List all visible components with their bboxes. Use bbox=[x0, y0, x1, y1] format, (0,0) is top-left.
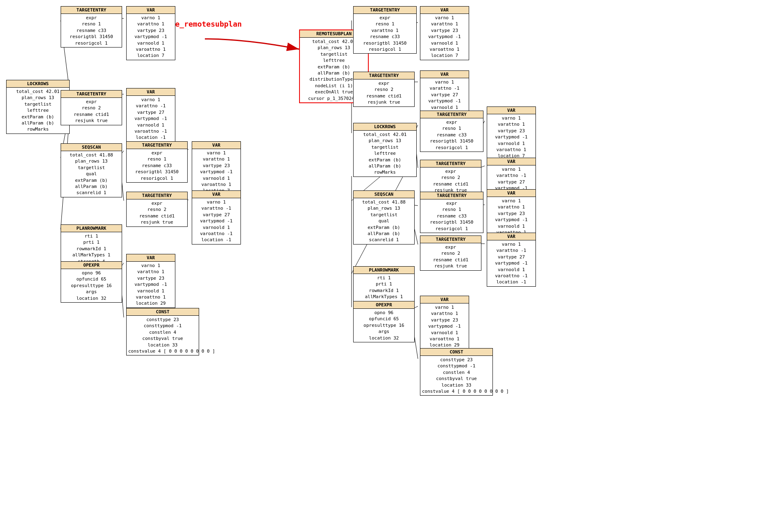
seqscan-left-title: SEQSCAN bbox=[61, 144, 122, 151]
var-l5-node: VAR varno 1 varattno 1 vartype 23 vartyp… bbox=[126, 254, 175, 308]
var-r6-title: VAR bbox=[487, 233, 535, 240]
targetentry-r6-node: TARGETENTRY expr resno 2 resname ctid1 r… bbox=[420, 235, 481, 271]
targetentry-l1-node: TARGETENTRY expr resno 1 resname c33 res… bbox=[61, 6, 122, 48]
var-r7-title: VAR bbox=[420, 296, 469, 303]
var-l3-node: VAR varno 1 varattno 1 vartype 23 vartyp… bbox=[192, 141, 241, 195]
lockrows-left-node: LOCKROWS total_cost 42.01 plan_rows 13 t… bbox=[6, 80, 70, 134]
lockrows-left-title: LOCKROWS bbox=[7, 80, 69, 88]
var-l4-title: VAR bbox=[192, 191, 241, 198]
var-r6-node: VAR varno 1 varattno -1 vartype 27 varty… bbox=[487, 233, 536, 287]
seqscan-right-node: SEQSCAN total_cost 41.88 plan_rows 13 ta… bbox=[353, 190, 415, 244]
targetentry-r1-node: TARGETENTRY expr resno 1 varattno 1 resn… bbox=[353, 6, 417, 54]
var-l1-title: VAR bbox=[127, 7, 175, 14]
planrowmark-left-node: PLANROWMARK rti 1 prti 1 rowmarkId 1 all… bbox=[61, 224, 122, 266]
targetentry-r6-title: TARGETENTRY bbox=[420, 236, 481, 243]
planrowmark-left-title: PLANROWMARK bbox=[61, 225, 122, 232]
var-l5-title: VAR bbox=[127, 254, 175, 262]
const-left-title: CONST bbox=[127, 308, 199, 316]
const-left-node: CONST consttype 23 consttypmod -1 constl… bbox=[126, 308, 199, 355]
var-l2-title: VAR bbox=[127, 88, 175, 96]
var-r1-title: VAR bbox=[420, 7, 469, 14]
targetentry-r5-title: TARGETENTRY bbox=[420, 192, 483, 199]
var-r1-node: VAR varno 1 varattno 1 vartype 23 vartyp… bbox=[420, 6, 469, 60]
var-r2-title: VAR bbox=[420, 71, 469, 78]
var-r5-title: VAR bbox=[487, 190, 535, 197]
var-r4-title: VAR bbox=[487, 158, 535, 165]
targetentry-r3-title: TARGETENTRY bbox=[420, 111, 483, 118]
const-right-title: CONST bbox=[420, 349, 492, 356]
seqscan-left-node: SEQSCAN total_cost 41.88 plan_rows 13 ta… bbox=[61, 143, 122, 197]
diagram-canvas: make_remotesubplan bbox=[0, 0, 776, 532]
targetentry-l4-title: TARGETENTRY bbox=[127, 192, 187, 199]
targetentry-l2-node: TARGETENTRY expr resno 2 resname ctid1 r… bbox=[61, 90, 122, 125]
var-l4-node: VAR varno 1 varattno -1 vartype 27 varty… bbox=[192, 190, 241, 244]
targetentry-r2-title: TARGETENTRY bbox=[354, 72, 414, 79]
opexpr-left-node: OPEXPR opno 96 opfuncid 65 opresulttype … bbox=[61, 261, 122, 303]
targetentry-l2-title: TARGETENTRY bbox=[61, 91, 122, 98]
const-right-node: CONST consttype 23 consttypmod -1 constl… bbox=[420, 348, 493, 396]
targetentry-r4-title: TARGETENTRY bbox=[420, 160, 481, 168]
targetentry-r1-title: TARGETENTRY bbox=[354, 7, 416, 14]
targetentry-l4-node: TARGETENTRY expr resno 2 resname ctid1 r… bbox=[126, 192, 188, 227]
targetentry-r5-node: TARGETENTRY expr resno 1 resname c33 res… bbox=[420, 192, 483, 233]
var-l3-title: VAR bbox=[192, 142, 241, 149]
var-r3-title: VAR bbox=[487, 107, 535, 114]
lockrows-right-node: LOCKROWS total_cost 42.01 plan_rows 13 t… bbox=[353, 123, 417, 177]
opexpr-right-title: OPEXPR bbox=[354, 301, 414, 309]
targetentry-r3-node: TARGETENTRY expr resno 1 resname c33 res… bbox=[420, 111, 483, 152]
var-r7-node: VAR varno 1 varattno 1 vartype 23 vartyp… bbox=[420, 296, 469, 350]
planrowmark-right-title: PLANROWMARK bbox=[354, 267, 414, 274]
targetentry-l1-title: TARGETENTRY bbox=[61, 7, 122, 14]
opexpr-left-title: OPEXPR bbox=[61, 262, 122, 269]
targetentry-l3-title: TARGETENTRY bbox=[127, 142, 187, 149]
lockrows-left-body: total_cost 42.01 plan_rows 13 targetlist… bbox=[7, 88, 69, 134]
seqscan-right-title: SEQSCAN bbox=[354, 191, 414, 198]
targetentry-r2-node: TARGETENTRY expr resno 2 resname ctid1 r… bbox=[353, 72, 415, 107]
var-r3-node: VAR varno 1 varattno 1 vartype 23 vartyp… bbox=[487, 106, 536, 161]
var-l1-node: VAR varno 1 varattno 1 vartype 23 vartyp… bbox=[126, 6, 175, 60]
targetentry-r4-node: TARGETENTRY expr resno 2 resname ctid1 r… bbox=[420, 160, 481, 195]
opexpr-right-node: OPEXPR opno 96 opfuncid 65 opresulttype … bbox=[353, 301, 415, 342]
var-l2-node: VAR varno 1 varattno -1 vartype 27 varty… bbox=[126, 88, 175, 142]
lockrows-right-title: LOCKROWS bbox=[354, 123, 416, 131]
targetentry-l3-node: TARGETENTRY expr resno 1 resname c33 res… bbox=[126, 141, 188, 183]
